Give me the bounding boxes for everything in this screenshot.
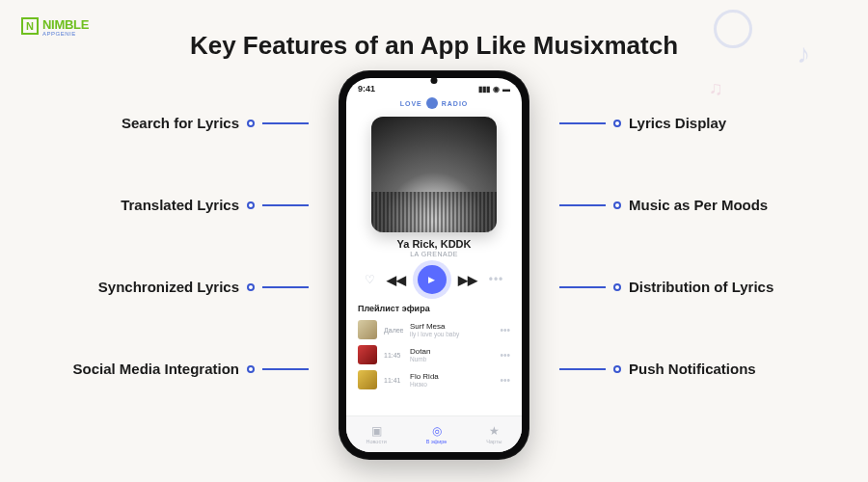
row-more-icon[interactable]: ••• [500,325,510,335]
feature-push-notifications: Push Notifications [559,361,756,377]
feature-label: Distribution of Lyrics [629,279,773,295]
play-button[interactable]: ▶ [418,265,447,294]
status-time: 9:41 [358,84,375,94]
track-thumb [358,370,377,389]
tab-onair[interactable]: ◎ В эфире [426,424,448,444]
track-artist: Низко [410,381,493,388]
player-controls: ♡ ◀◀ ▶ ▶▶ ••• [346,265,522,294]
track-time: Далее [384,327,403,334]
previous-button[interactable]: ◀◀ [387,273,406,287]
feature-synchronized-lyrics: Synchronized Lyrics [98,279,309,295]
feature-translated-lyrics: Translated Lyrics [121,197,309,213]
feature-label: Search for Lyrics [122,115,239,131]
connector-dot [613,365,621,373]
feature-label: Synchronized Lyrics [98,279,239,295]
feature-label: Social Media Integration [72,361,239,377]
phone-mockup: 9:41 ▮▮▮ ◉ ▬ LOVE RADIO Ya Rick, KDDK LA… [339,70,529,460]
feature-search-lyrics: Search for Lyrics [122,115,309,131]
battery-icon: ▬ [502,85,510,94]
feature-label: Push Notifications [629,361,756,377]
logo-mark: N [21,17,39,35]
connector-dot [613,201,621,209]
row-more-icon[interactable]: ••• [500,375,510,386]
feature-music-moods: Music as Per Moods [559,197,768,213]
track-name: Dotan [410,347,493,356]
connector-dot [247,201,255,209]
decorative-circle [714,10,752,48]
brand-logo: N NIMBLE APPGENIE [21,15,89,37]
onair-icon: ◎ [432,424,442,438]
news-icon: ▣ [371,424,382,438]
connector-dot [613,283,621,291]
row-more-icon[interactable]: ••• [500,350,510,361]
connector-line [559,368,606,370]
track-thumb [358,345,377,364]
feature-distribution-lyrics: Distribution of Lyrics [559,279,773,295]
connector-dot [247,283,255,291]
track-artist: Numb [410,356,493,362]
connector-line [262,204,309,206]
like-button[interactable]: ♡ [365,273,375,286]
tab-label: Новости [366,439,386,444]
next-button[interactable]: ▶▶ [458,273,477,287]
track-thumb [358,320,377,339]
signal-icon: ▮▮▮ [478,85,490,94]
radio-brand: LOVE RADIO [346,97,522,109]
tab-bar: ▣ Новости ◎ В эфире ★ Чарты [346,415,522,452]
tab-label: Чарты [486,439,502,444]
connector-line [262,122,309,124]
star-icon: ★ [489,424,500,438]
track-subtitle: LA GRENADE [346,251,522,257]
wifi-icon: ◉ [493,85,500,94]
feature-lyrics-display: Lyrics Display [559,115,726,131]
track-artist: ily i love you baby [410,331,493,337]
feature-label: Lyrics Display [629,115,726,131]
camera-dot [431,77,438,84]
music-note-icon: ♪ [797,39,810,69]
album-art [371,117,497,232]
feature-label: Music as Per Moods [629,197,768,213]
connector-dot [613,120,621,127]
radio-brand-left: LOVE [400,100,422,107]
feature-diagram: Search for Lyrics Translated Lyrics Sync… [0,70,868,475]
track-time: 11:41 [384,377,403,384]
playlist: Далее Surf Mesa ily i love you baby ••• … [346,317,522,392]
playlist-row[interactable]: Далее Surf Mesa ily i love you baby ••• [358,317,510,342]
feature-social-media: Social Media Integration [72,361,309,377]
tab-label: В эфире [426,439,448,444]
connector-line [262,368,309,370]
connector-line [559,204,606,206]
tab-charts[interactable]: ★ Чарты [486,424,502,444]
radio-brand-right: RADIO [442,100,469,107]
connector-dot [247,120,255,127]
playlist-row[interactable]: 11:45 Dotan Numb ••• [358,342,510,367]
track-name: Flo Rida [410,372,493,381]
logo-text: NIMBLE [42,17,89,32]
phone-screen: 9:41 ▮▮▮ ◉ ▬ LOVE RADIO Ya Rick, KDDK LA… [346,78,522,452]
more-button[interactable]: ••• [489,273,504,286]
tab-news[interactable]: ▣ Новости [366,424,386,444]
track-time: 11:45 [384,352,403,359]
connector-line [559,122,606,124]
connector-line [262,286,309,288]
track-title: Ya Rick, KDDK [346,238,522,250]
playlist-row[interactable]: 11:41 Flo Rida Низко ••• [358,367,510,392]
status-icons: ▮▮▮ ◉ ▬ [478,85,510,94]
playlist-heading: Плейлист эфира [346,294,522,317]
connector-dot [247,365,255,373]
track-name: Surf Mesa [410,322,493,331]
feature-label: Translated Lyrics [121,197,239,213]
heart-icon [426,97,438,109]
connector-line [559,286,606,288]
